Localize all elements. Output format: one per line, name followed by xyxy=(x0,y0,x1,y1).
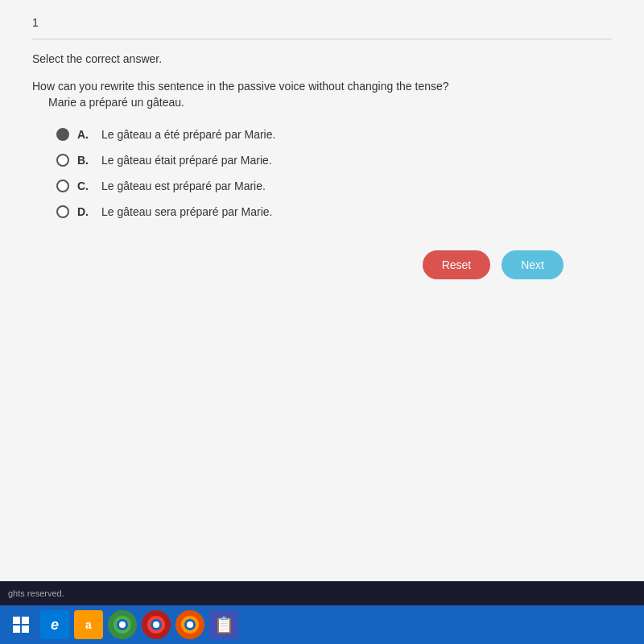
taskbar-chrome1-icon[interactable] xyxy=(108,610,137,639)
option-label-b: B. xyxy=(77,154,93,167)
options-container: A. Le gâteau a été préparé par Marie. B.… xyxy=(56,128,612,218)
option-text-c: Le gâteau est préparé par Marie. xyxy=(101,180,266,192)
footer-bar: ghts reserved. xyxy=(0,581,644,605)
option-label-c: C. xyxy=(77,180,93,192)
option-label-d: D. xyxy=(77,205,93,218)
question-number: 1 xyxy=(32,16,612,29)
taskbar-amazon-icon[interactable]: a xyxy=(74,610,103,639)
option-text-a: Le gâteau a été préparé par Marie. xyxy=(101,128,275,141)
option-text-d: Le gâteau sera préparé par Marie. xyxy=(101,205,272,218)
taskbar-windows-icon[interactable] xyxy=(6,610,35,639)
reset-button[interactable]: Reset xyxy=(423,250,491,279)
radio-c[interactable] xyxy=(56,180,69,192)
question-text: How can you rewrite this sentence in the… xyxy=(32,80,612,93)
taskbar: e a 📋 xyxy=(0,605,644,644)
taskbar-chrome3-icon[interactable] xyxy=(175,610,204,639)
buttons-row: Reset Next xyxy=(32,250,612,279)
divider xyxy=(32,39,612,39)
radio-d[interactable] xyxy=(56,205,69,218)
taskbar-chrome2-icon[interactable] xyxy=(142,610,171,639)
taskbar-app-icon[interactable]: 📋 xyxy=(209,610,238,639)
radio-a[interactable] xyxy=(56,128,69,141)
next-button[interactable]: Next xyxy=(502,250,564,279)
taskbar-edge-icon[interactable]: e xyxy=(40,610,69,639)
question-sentence: Marie a préparé un gâteau. xyxy=(48,96,612,109)
option-row-c[interactable]: C. Le gâteau est préparé par Marie. xyxy=(56,180,612,192)
footer-text: ghts reserved. xyxy=(8,588,64,598)
main-content: 1 Select the correct answer. How can you… xyxy=(0,0,644,581)
instruction-text: Select the correct answer. xyxy=(32,52,612,65)
option-text-b: Le gâteau était préparé par Marie. xyxy=(101,154,272,167)
option-row-d[interactable]: D. Le gâteau sera préparé par Marie. xyxy=(56,205,612,218)
option-row-b[interactable]: B. Le gâteau était préparé par Marie. xyxy=(56,154,612,167)
option-label-a: A. xyxy=(77,128,93,141)
option-row-a[interactable]: A. Le gâteau a été préparé par Marie. xyxy=(56,128,612,141)
radio-b[interactable] xyxy=(56,154,69,167)
